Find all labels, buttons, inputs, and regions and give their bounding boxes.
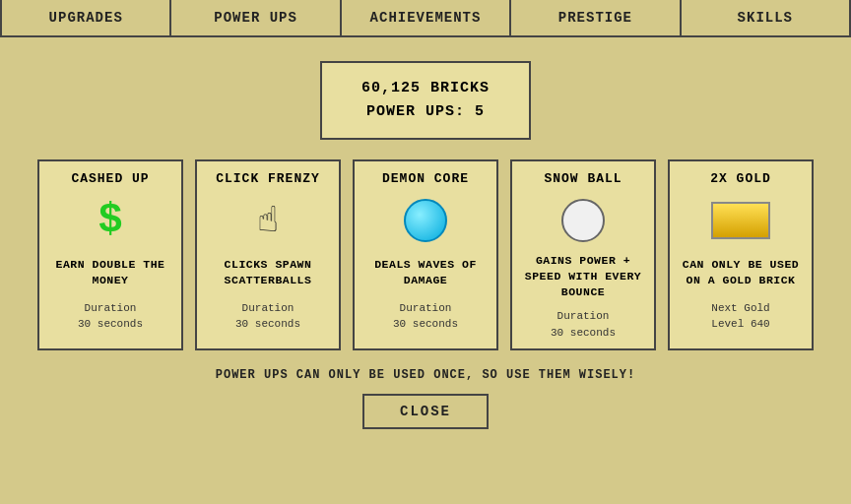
- white-circle-icon: [561, 199, 605, 242]
- demon-core-icon: [396, 196, 455, 245]
- cashed-up-icon: $: [81, 196, 140, 245]
- click-frenzy-title: CLICK FRENZY: [216, 171, 320, 188]
- tab-skills[interactable]: SKILLS: [682, 0, 851, 35]
- click-frenzy-footer-label: Duration: [235, 300, 300, 317]
- cashed-up-footer-value: 30 seconds: [78, 316, 143, 333]
- 2x-gold-icon: [711, 196, 770, 245]
- gold-rect-icon: [711, 202, 770, 239]
- snow-ball-title: SNOW BALL: [544, 171, 622, 188]
- blue-circle-icon: [404, 199, 447, 242]
- snow-ball-footer-label: Duration: [551, 308, 616, 325]
- 2x-gold-desc: CAN ONLY BE USED ON A GOLD BRICK: [678, 253, 804, 292]
- click-frenzy-icon: ☝: [238, 196, 297, 245]
- demon-core-footer-label: Duration: [393, 300, 458, 317]
- snow-ball-footer-value: 30 seconds: [551, 325, 616, 342]
- 2x-gold-footer: Next Gold Level 640: [711, 300, 769, 333]
- snow-ball-desc: GAINS POWER + SPEED WITH EVERY BOUNCE: [520, 253, 646, 300]
- cashed-up-desc: EARN DOUBLE THE MONEY: [47, 253, 173, 292]
- warning-text: POWER UPS CAN ONLY BE USED ONCE, SO USE …: [216, 368, 635, 382]
- demon-core-desc: DEALS WAVES OF DAMAGE: [362, 253, 489, 292]
- demon-core-footer: Duration 30 seconds: [393, 300, 458, 333]
- powerup-snow-ball[interactable]: SNOW BALL GAINS POWER + SPEED WITH EVERY…: [510, 159, 656, 350]
- click-frenzy-footer: Duration 30 seconds: [235, 300, 300, 333]
- stats-box: 60,125 BRICKS POWER UPS: 5: [320, 61, 531, 140]
- cashed-up-title: CASHED UP: [71, 171, 149, 188]
- 2x-gold-footer-label: Next Gold: [711, 300, 769, 317]
- cashed-up-footer-label: Duration: [78, 300, 143, 317]
- 2x-gold-footer-value: Level 640: [711, 316, 769, 333]
- powerup-cashed-up[interactable]: CASHED UP $ EARN DOUBLE THE MONEY Durati…: [37, 159, 183, 350]
- powerup-2x-gold[interactable]: 2X GOLD CAN ONLY BE USED ON A GOLD BRICK…: [668, 159, 814, 350]
- powerups-row: CASHED UP $ EARN DOUBLE THE MONEY Durati…: [37, 159, 814, 350]
- close-button[interactable]: CLOSE: [362, 394, 489, 429]
- demon-core-title: DEMON CORE: [382, 171, 469, 188]
- powerup-click-frenzy[interactable]: CLICK FRENZY ☝ CLICKS SPAWN SCATTERBALLS…: [195, 159, 341, 350]
- demon-core-footer-value: 30 seconds: [393, 316, 458, 333]
- powerup-demon-core[interactable]: DEMON CORE DEALS WAVES OF DAMAGE Duratio…: [353, 159, 498, 350]
- snow-ball-icon: [554, 196, 613, 245]
- tab-upgrades[interactable]: UPGRADES: [0, 0, 171, 35]
- cashed-up-footer: Duration 30 seconds: [78, 300, 143, 333]
- click-frenzy-footer-value: 30 seconds: [235, 316, 300, 333]
- powerups-count: POWER UPS: 5: [361, 100, 490, 124]
- hand-icon: ☝: [257, 199, 279, 242]
- bricks-count: 60,125 BRICKS: [361, 77, 490, 100]
- dollar-icon: $: [98, 197, 122, 244]
- main-content: 60,125 BRICKS POWER UPS: 5 CASHED UP $ E…: [0, 37, 851, 439]
- snow-ball-footer: Duration 30 seconds: [551, 308, 616, 341]
- top-nav: UPGRADES POWER UPS ACHIEVEMENTS PRESTIGE…: [0, 0, 851, 37]
- click-frenzy-desc: CLICKS SPAWN SCATTERBALLS: [205, 253, 331, 292]
- 2x-gold-title: 2X GOLD: [710, 171, 771, 188]
- tab-achievements[interactable]: ACHIEVEMENTS: [342, 0, 511, 35]
- tab-powerups[interactable]: POWER UPS: [171, 0, 341, 35]
- tab-prestige[interactable]: PRESTIGE: [511, 0, 681, 35]
